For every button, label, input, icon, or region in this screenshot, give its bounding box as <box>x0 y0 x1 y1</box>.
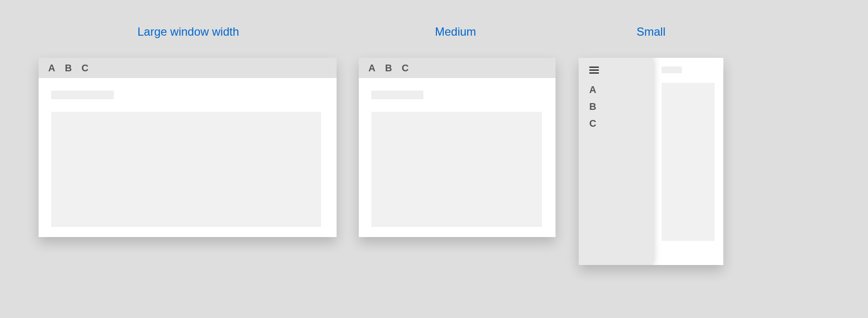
title-placeholder <box>51 91 114 99</box>
content-area <box>359 78 556 227</box>
title-placeholder <box>371 91 423 99</box>
body-placeholder <box>662 83 715 241</box>
tab-b[interactable]: B <box>385 63 392 74</box>
content-area <box>39 78 337 227</box>
hamburger-icon[interactable] <box>589 66 599 74</box>
tab-c[interactable]: C <box>81 63 88 74</box>
tab-a[interactable]: A <box>589 84 653 95</box>
tab-bar: A B C <box>359 58 556 78</box>
navigation-drawer: A B C <box>579 58 653 265</box>
tab-c[interactable]: C <box>589 118 653 129</box>
title-small: Small <box>637 25 665 39</box>
content-area <box>653 58 723 265</box>
window-large: A B C <box>39 58 337 237</box>
body-placeholder <box>371 112 542 227</box>
body-placeholder <box>51 112 321 227</box>
tab-bar: A B C <box>39 58 337 78</box>
tab-b[interactable]: B <box>589 101 653 112</box>
tab-a[interactable]: A <box>368 63 375 74</box>
tab-a[interactable]: A <box>48 63 55 74</box>
window-medium: A B C <box>359 58 556 237</box>
title-medium: Medium <box>435 25 476 39</box>
title-placeholder <box>662 66 682 73</box>
tab-b[interactable]: B <box>65 63 71 74</box>
tab-c[interactable]: C <box>402 63 408 74</box>
window-small: A B C <box>579 58 723 265</box>
title-large: Large window width <box>137 25 239 39</box>
